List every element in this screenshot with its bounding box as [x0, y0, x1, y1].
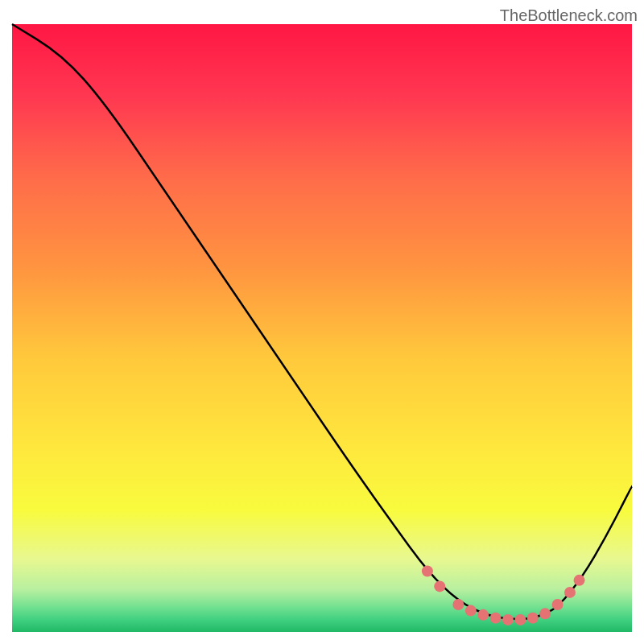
watermark-text: TheBottleneck.com [500, 6, 638, 25]
chart-container: TheBottleneck.com [0, 0, 644, 644]
marker-point [477, 609, 489, 621]
marker-point [502, 614, 514, 625]
marker-point [465, 605, 477, 617]
marker-point [422, 566, 433, 577]
marker-point [514, 614, 526, 625]
marker-point [552, 599, 564, 610]
marker-point [452, 599, 464, 610]
chart-svg [0, 0, 644, 644]
marker-point [527, 613, 539, 624]
marker-point [490, 613, 502, 624]
marker-point [434, 580, 445, 592]
plot-background [12, 24, 632, 632]
marker-point [564, 587, 576, 598]
marker-point [574, 575, 585, 586]
marker-point [539, 608, 551, 619]
